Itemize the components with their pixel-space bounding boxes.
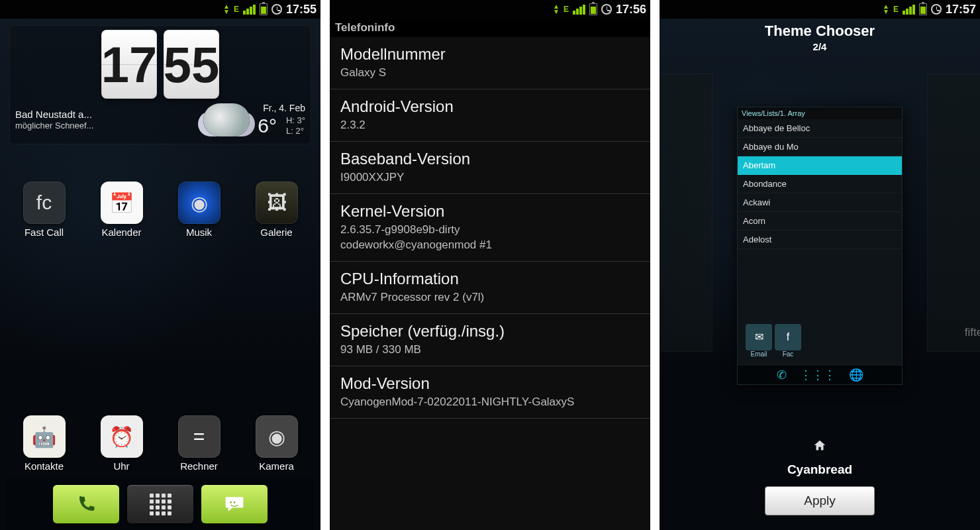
preview-navbar: ✆ ⋮⋮⋮ 🌐 bbox=[738, 366, 902, 384]
dock bbox=[5, 478, 315, 530]
preview-list-item: Ackawi bbox=[738, 193, 902, 212]
settings-row[interactable]: Baseband-VersionI9000XXJPY bbox=[330, 142, 650, 194]
svg-point-1 bbox=[234, 502, 236, 504]
gallery-icon: 🖼 bbox=[256, 182, 298, 224]
preview-app-icon: ✉ bbox=[746, 324, 772, 350]
dock-phone-button[interactable] bbox=[53, 485, 119, 523]
app-calendar[interactable]: 📅Kalender bbox=[85, 182, 158, 238]
preview-app-row: ✉EmailfFac bbox=[742, 320, 805, 362]
flip-minute: 55 bbox=[164, 30, 219, 99]
theme-card-prev[interactable] bbox=[660, 74, 712, 352]
settings-row[interactable]: Android-Version2.3.2 bbox=[330, 89, 650, 142]
network-type: E bbox=[234, 5, 239, 14]
status-clock: 17:56 bbox=[616, 3, 646, 17]
browser-icon: 🌐 bbox=[849, 368, 863, 382]
themechooser-phone: ▲▼ E 17:57 Theme Chooser 2/4 fifteen Vie… bbox=[660, 0, 980, 530]
settings-value: I9000XXJPY bbox=[340, 170, 640, 186]
app-row-1: fcFast Call 📅Kalender ◉Musik 🖼Galerie bbox=[5, 180, 315, 242]
theme-chooser-header: Theme Chooser 2/4 bbox=[660, 19, 980, 54]
theme-carousel[interactable]: fifteen Views/Lists/1. Array Abbaye de B… bbox=[660, 54, 980, 437]
settings-list[interactable]: ModellnummerGalaxy SAndroid-Version2.3.2… bbox=[330, 37, 650, 530]
settings-row[interactable]: CPU-Information ARMv7 Processor rev 2 (v… bbox=[330, 262, 650, 314]
preview-app-label: Fac bbox=[775, 350, 801, 358]
settings-row[interactable]: ModellnummerGalaxy S bbox=[330, 37, 650, 89]
battery-icon bbox=[589, 3, 597, 15]
settings-key: Mod-Version bbox=[340, 374, 640, 393]
battery-icon bbox=[919, 3, 927, 15]
flip-hour: 17 bbox=[101, 30, 157, 99]
theme-card-next[interactable]: fifteen bbox=[927, 74, 980, 352]
settings-value: 93 MB / 330 MB bbox=[340, 343, 640, 358]
settings-value: 2.6.35.7-g9908e9b-dirty codeworkx@cyanog… bbox=[340, 223, 640, 253]
settings-row[interactable]: Speicher (verfüg./insg.)93 MB / 330 MB bbox=[330, 314, 650, 366]
weather-location: Bad Neustadt a... bbox=[15, 109, 201, 121]
status-bar[interactable]: ▲▼ E 17:57 bbox=[660, 0, 980, 19]
weather-date: Fr., 4. Feb bbox=[252, 103, 305, 113]
weather-conditions: möglicher Schneef... bbox=[15, 121, 201, 131]
theme-name-next: fifteen bbox=[928, 326, 980, 339]
preview-list-item: Abertam bbox=[738, 156, 902, 175]
settings-key: Speicher (verfüg./insg.) bbox=[340, 322, 640, 341]
calculator-icon: = bbox=[178, 415, 220, 458]
settings-row[interactable]: Kernel-Version2.6.35.7-g9908e9b-dirty co… bbox=[330, 194, 650, 262]
clock-icon: ⏰ bbox=[101, 415, 143, 458]
settings-key: Kernel-Version bbox=[340, 202, 640, 221]
clock-weather-widget[interactable]: 17 55 Bad Neustadt a... möglicher Schnee… bbox=[9, 25, 311, 144]
settings-row[interactable]: Mod-VersionCyanogenMod-7-02022011-NIGHTL… bbox=[330, 366, 650, 419]
dock-apps-button[interactable] bbox=[127, 485, 193, 523]
settings-value: ARMv7 Processor rev 2 (v7l) bbox=[340, 290, 640, 305]
preview-app-icon: f bbox=[775, 324, 801, 350]
apps-icon: ⋮⋮⋮ bbox=[800, 368, 836, 382]
status-clock: 17:55 bbox=[286, 3, 317, 17]
app-music[interactable]: ◉Musik bbox=[163, 182, 236, 238]
apply-button[interactable]: Apply bbox=[765, 486, 875, 515]
settings-key: Baseband-Version bbox=[340, 150, 640, 168]
data-arrows-icon: ▲▼ bbox=[223, 4, 230, 15]
app-gallery[interactable]: 🖼Galerie bbox=[240, 182, 313, 238]
settings-key: CPU-Information bbox=[340, 270, 640, 288]
dock-messages-button[interactable] bbox=[201, 485, 268, 523]
fast-call-icon: fc bbox=[23, 182, 66, 224]
weather-temp: 6° bbox=[258, 115, 277, 137]
preview-list-item: Adelost bbox=[738, 231, 902, 249]
preview-list-item: Acorn bbox=[738, 212, 902, 231]
page-title: Theme Chooser bbox=[660, 23, 980, 40]
settings-value: CyanogenMod-7-02022011-NIGHTLY-GalaxyS bbox=[340, 395, 640, 410]
network-type: E bbox=[893, 5, 899, 14]
preview-list-item: Abbaye du Mo bbox=[738, 138, 902, 156]
settings-value: Galaxy S bbox=[340, 66, 640, 81]
preview-list-item: Abbaye de Belloc bbox=[738, 119, 902, 138]
app-camera[interactable]: ◉Kamera bbox=[240, 415, 313, 472]
alarm-icon bbox=[931, 4, 942, 15]
music-icon: ◉ bbox=[178, 182, 220, 224]
camera-icon: ◉ bbox=[256, 415, 298, 458]
alarm-icon bbox=[601, 4, 612, 15]
network-type: E bbox=[564, 5, 569, 14]
svg-point-0 bbox=[230, 502, 232, 504]
settings-value: 2.3.2 bbox=[340, 118, 640, 133]
preview-list: Abbaye de BellocAbbaye du MoAbertamAbond… bbox=[738, 119, 902, 249]
homescreen-phone: ▲▼ E 17:55 17 55 Bad Neustadt a... mögli… bbox=[0, 0, 320, 530]
status-bar[interactable]: ▲▼ E 17:55 bbox=[0, 0, 320, 19]
home-indicator[interactable] bbox=[660, 437, 980, 458]
battery-icon bbox=[260, 3, 268, 15]
app-calculator[interactable]: =Rechner bbox=[163, 415, 236, 472]
phone-icon: ✆ bbox=[777, 368, 787, 382]
settings-key: Modellnummer bbox=[340, 45, 640, 64]
weather-icon bbox=[203, 103, 250, 136]
app-fast-call[interactable]: fcFast Call bbox=[8, 182, 81, 238]
preview-header: Views/Lists/1. Array bbox=[738, 107, 902, 119]
status-bar[interactable]: ▲▼ E 17:56 bbox=[330, 0, 650, 19]
data-arrows-icon: ▲▼ bbox=[553, 4, 560, 15]
preview-app-label: Email bbox=[746, 350, 772, 358]
theme-card-current[interactable]: Views/Lists/1. Array Abbaye de BellocAbb… bbox=[737, 107, 903, 385]
status-clock: 17:57 bbox=[946, 3, 976, 17]
app-clock[interactable]: ⏰Uhr bbox=[85, 415, 158, 472]
signal-icon bbox=[903, 5, 915, 15]
signal-icon bbox=[573, 5, 585, 15]
data-arrows-icon: ▲▼ bbox=[883, 4, 889, 15]
page-title: Telefoninfo bbox=[330, 19, 650, 37]
preview-list-item: Abondance bbox=[738, 175, 902, 193]
app-contacts[interactable]: 🤖Kontakte bbox=[8, 415, 81, 472]
calendar-icon: 📅 bbox=[101, 182, 143, 224]
